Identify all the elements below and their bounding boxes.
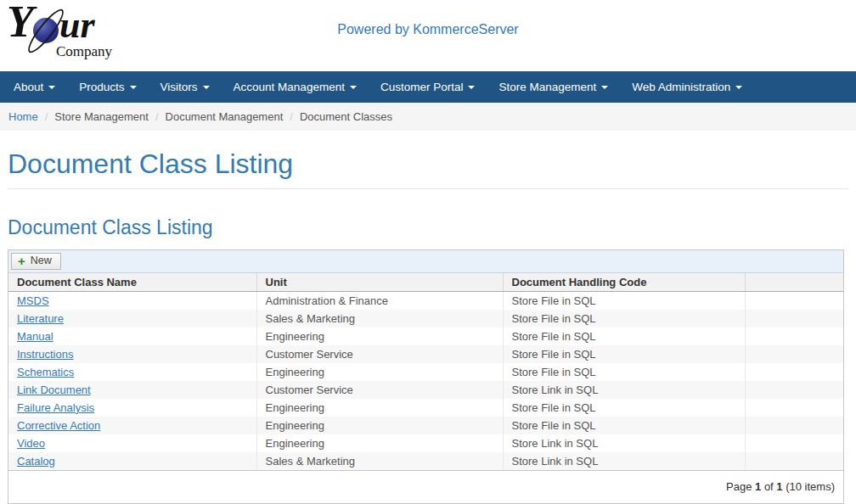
nav-item-customer-portal[interactable]: Customer Portal — [369, 71, 487, 103]
caret-down-icon — [735, 86, 742, 89]
title-divider — [8, 188, 848, 189]
document-class-grid: + New Document Class Name Unit Document … — [8, 249, 844, 504]
breadcrumb-separator: / — [149, 110, 166, 123]
table-row: Catalog Sales & Marketing Store Link in … — [8, 452, 843, 470]
pager-current-page: 1 — [755, 480, 761, 493]
caret-down-icon — [130, 86, 137, 89]
nav-item-label: Customer Portal — [380, 81, 464, 93]
logo-subtitle: Company — [56, 43, 112, 60]
nav-item-account-management[interactable]: Account Management — [222, 71, 369, 103]
doc-class-link[interactable]: Failure Analysis — [17, 401, 94, 414]
column-header-handling-code: Document Handling Code — [503, 273, 745, 292]
unit-cell: Sales & Marketing — [256, 310, 503, 328]
doc-class-link[interactable]: Video — [17, 437, 45, 450]
unit-cell: Sales & Marketing — [256, 452, 503, 470]
doc-class-link[interactable]: MSDS — [17, 294, 49, 307]
section-title: Document Class Listing — [8, 216, 848, 239]
breadcrumb-separator: / — [283, 110, 300, 123]
top-header: Y ur Company Powered by KommerceServer — [0, 0, 856, 71]
nav-item-label: Web Administration — [632, 81, 730, 93]
breadcrumb-separator: / — [38, 110, 55, 123]
caret-down-icon — [468, 86, 475, 89]
handling-code-cell: Store File in SQL — [503, 291, 745, 310]
handling-code-cell: Store File in SQL — [503, 417, 745, 434]
breadcrumb-store-management: Store Management — [54, 110, 149, 123]
handling-code-cell: Store File in SQL — [503, 328, 745, 345]
new-button[interactable]: + New — [11, 253, 61, 270]
doc-class-link[interactable]: Schematics — [17, 366, 74, 378]
caret-down-icon — [203, 86, 210, 89]
handling-code-cell: Store Link in SQL — [503, 452, 745, 470]
empty-cell — [745, 363, 843, 381]
empty-cell — [745, 452, 843, 470]
caret-down-icon — [350, 86, 357, 89]
breadcrumb-document-classes: Document Classes — [300, 110, 392, 123]
nav-item-label: Store Management — [498, 81, 596, 93]
caret-down-icon — [48, 86, 55, 89]
unit-cell: Engineering — [256, 417, 503, 434]
nav-item-about[interactable]: About — [2, 71, 67, 103]
handling-code-cell: Store File in SQL — [503, 363, 745, 381]
breadcrumb-home-link[interactable]: Home — [8, 110, 38, 123]
table-row: Failure Analysis Engineering Store File … — [8, 399, 843, 417]
doc-class-link[interactable]: Link Document — [17, 384, 91, 396]
empty-cell — [745, 345, 843, 363]
pager-label-page: Page — [726, 480, 755, 493]
nav-item-web-administration[interactable]: Web Administration — [620, 71, 754, 103]
powered-by-text: Powered by KommerceServer — [0, 22, 856, 37]
nav-item-label: Products — [79, 81, 124, 93]
document-class-table: Document Class Name Unit Document Handli… — [8, 273, 843, 470]
unit-cell: Engineering — [256, 328, 503, 345]
column-header-name: Document Class Name — [8, 273, 256, 292]
nav-item-visitors[interactable]: Visitors — [149, 71, 222, 103]
doc-class-link[interactable]: Catalog — [17, 455, 55, 468]
column-header-empty — [745, 273, 843, 292]
doc-class-link[interactable]: Corrective Action — [17, 419, 100, 432]
doc-class-link[interactable]: Manual — [17, 330, 54, 343]
plus-icon: + — [18, 255, 25, 267]
doc-class-link[interactable]: Literature — [17, 312, 64, 325]
table-row: Schematics Engineering Store File in SQL — [8, 363, 843, 381]
doc-class-link[interactable]: Instructions — [17, 348, 73, 361]
table-row: Video Engineering Store Link in SQL — [8, 434, 843, 452]
unit-cell: Engineering — [256, 399, 503, 417]
nav-item-label: Account Management — [234, 81, 345, 93]
table-row: Link Document Customer Service Store Lin… — [8, 381, 843, 399]
handling-code-cell: Store Link in SQL — [503, 381, 745, 399]
nav-item-store-management[interactable]: Store Management — [487, 71, 620, 103]
empty-cell — [745, 291, 843, 310]
table-row: Literature Sales & Marketing Store File … — [8, 310, 843, 328]
unit-cell: Customer Service — [256, 345, 503, 363]
nav-item-products[interactable]: Products — [67, 71, 148, 103]
handling-code-cell: Store File in SQL — [503, 399, 745, 417]
caret-down-icon — [601, 86, 608, 89]
pager-label-of: of — [761, 480, 776, 493]
nav-item-label: About — [14, 81, 43, 93]
empty-cell — [745, 417, 843, 434]
main-content: Document Class Listing Document Class Li… — [0, 148, 856, 504]
table-header-row: Document Class Name Unit Document Handli… — [8, 273, 843, 292]
unit-cell: Engineering — [256, 434, 503, 452]
table-row: Manual Engineering Store File in SQL — [8, 328, 843, 345]
empty-cell — [745, 381, 843, 399]
table-row: Corrective Action Engineering Store File… — [8, 417, 843, 434]
breadcrumb-document-management: Document Management — [166, 110, 284, 123]
breadcrumb: Home / Store Management / Document Manag… — [0, 103, 856, 131]
handling-code-cell: Store File in SQL — [503, 310, 745, 328]
unit-cell: Customer Service — [256, 381, 503, 399]
handling-code-cell: Store File in SQL — [503, 345, 745, 363]
table-row: MSDS Administration & Finance Store File… — [8, 291, 843, 310]
unit-cell: Engineering — [256, 363, 503, 381]
pager-items-count: (10 items) — [783, 480, 835, 493]
handling-code-cell: Store Link in SQL — [503, 434, 745, 452]
main-navbar: About Products Visitors Account Manageme… — [0, 71, 856, 103]
empty-cell — [745, 399, 843, 417]
grid-toolbar: + New — [8, 250, 843, 273]
new-button-label: New — [31, 255, 52, 266]
nav-item-label: Visitors — [160, 81, 198, 93]
column-header-unit: Unit — [256, 273, 503, 292]
grid-pager: Page 1 of 1 (10 items) — [8, 470, 843, 503]
empty-cell — [745, 434, 843, 452]
table-row: Instructions Customer Service Store File… — [8, 345, 843, 363]
page-title: Document Class Listing — [8, 148, 848, 180]
